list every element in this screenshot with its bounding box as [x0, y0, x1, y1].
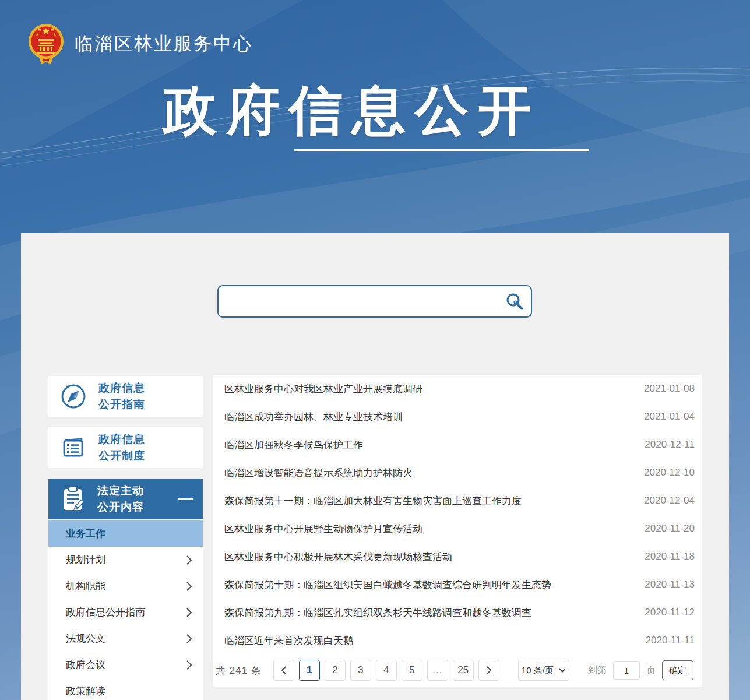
sidebar-submenu: 业务工作 规划计划 机构职能 政府信息公开指南 — [48, 520, 203, 700]
news-title-link[interactable]: 临淄区成功举办园林、林业专业技术培训 — [224, 410, 403, 424]
news-date: 2020-12-10 — [644, 467, 695, 479]
minus-icon[interactable] — [178, 498, 193, 500]
page-ellipsis-button[interactable]: ... — [427, 660, 448, 681]
chevron-right-icon — [186, 581, 192, 592]
clipboard-edit-icon — [60, 485, 86, 513]
chevron-right-icon — [186, 634, 192, 644]
news-title-link[interactable]: 森保简报第十一期：临淄区加大林业有害生物灾害面上巡查工作力度 — [224, 494, 522, 508]
page-size-value: 10 条/页 — [522, 665, 554, 676]
sidebar-card-label: 政府信息 公开制度 — [98, 431, 145, 465]
chevron-left-icon — [281, 666, 287, 675]
jump-suffix-label: 页 — [646, 664, 656, 677]
card-label-line2: 公开内容 — [97, 499, 144, 516]
news-date: 2020-11-12 — [645, 607, 695, 618]
sidebar-card-label: 政府信息 公开指南 — [98, 380, 145, 413]
next-page-button[interactable] — [478, 660, 499, 681]
sidebar: 政府信息 公开指南 政府信息 公开制度 — [48, 376, 203, 700]
news-item: 区林业服务中心积极开展林木采伐更新现场核查活动 2020-11-18 — [213, 543, 702, 571]
news-date: 2020-12-04 — [644, 495, 695, 506]
sidebar-card-disclosure-system[interactable]: 政府信息 公开制度 — [48, 427, 203, 468]
news-title-link[interactable]: 区林业服务中心开展野生动物保护月宣传活动 — [224, 522, 422, 536]
site-name: 临淄区林业服务中心 — [75, 31, 253, 56]
news-title-link[interactable]: 临淄区增设智能语音提示系统助力护林防火 — [224, 466, 413, 480]
page: 临淄区林业服务中心 政府信息公开 — [0, 0, 750, 700]
card-label-line1: 政府信息 — [98, 380, 145, 397]
submenu-label: 规划计划 — [66, 553, 105, 567]
card-label-line2: 公开指南 — [98, 396, 145, 413]
chevron-down-icon — [559, 668, 566, 673]
news-item: 临淄区成功举办园林、林业专业技术培训 2021-01-04 — [213, 403, 702, 431]
submenu-label: 政府会议 — [66, 658, 105, 671]
title-underline — [294, 149, 589, 151]
national-emblem-logo — [27, 22, 65, 65]
card-label-line1: 政府信息 — [98, 431, 145, 448]
sidebar-card-label: 法定主动 公开内容 — [97, 483, 144, 516]
news-date: 2020-11-20 — [645, 523, 695, 534]
news-date: 2020-11-13 — [645, 579, 695, 590]
page-button-25[interactable]: 25 — [453, 660, 474, 681]
pagination: 共 241 条 1 2 3 4 5 ... 25 — [216, 659, 693, 682]
news-item: 森保简报第十期：临淄区组织美国白蛾越冬基数调查综合研判明年发生态势 2020-1… — [213, 571, 702, 599]
submenu-item-functions[interactable]: 机构职能 — [48, 573, 203, 599]
chevron-right-icon — [186, 555, 192, 565]
news-title-link[interactable]: 临淄区加强秋冬季候鸟保护工作 — [224, 438, 363, 452]
news-date: 2021-01-08 — [644, 383, 695, 395]
page-button-3[interactable]: 3 — [350, 660, 371, 681]
news-title-link[interactable]: 区林业服务中心对我区林业产业开展摸底调研 — [224, 382, 422, 396]
page-title: 政府信息公开 — [163, 75, 541, 147]
submenu-item-planning[interactable]: 规划计划 — [48, 547, 203, 573]
news-title-link[interactable]: 森保简报第九期：临淄区扎实组织双条杉天牛线路调查和越冬基数调查 — [224, 606, 531, 620]
confirm-button[interactable]: 确定 — [662, 660, 693, 680]
page-jump: 到第 页 确定 — [588, 660, 693, 680]
sidebar-card-disclosure-guide[interactable]: 政府信息 公开指南 — [48, 376, 203, 417]
news-item: 森保简报第九期：临淄区扎实组织双条杉天牛线路调查和越冬基数调查 2020-11-… — [213, 599, 702, 627]
page-button-1[interactable]: 1 — [299, 660, 320, 681]
brand: 临淄区林业服务中心 — [27, 22, 253, 65]
submenu-label: 政府信息公开指南 — [66, 606, 145, 619]
submenu-label: 业务工作 — [66, 527, 105, 540]
search-input[interactable] — [217, 285, 532, 318]
news-item: 临淄区增设智能语音提示系统助力护林防火 2020-12-10 — [213, 459, 702, 487]
jump-prefix-label: 到第 — [588, 664, 607, 677]
document-icon — [60, 434, 87, 461]
sidebar-card-legal-disclosure[interactable]: 法定主动 公开内容 — [48, 479, 203, 519]
news-item: 区林业服务中心开展野生动物保护月宣传活动 2020-11-20 — [213, 515, 702, 543]
card-label-line2: 公开制度 — [98, 448, 145, 465]
submenu-label: 政策解读 — [66, 684, 105, 698]
content-panel: 政府信息 公开指南 政府信息 公开制度 — [21, 233, 729, 700]
news-title-link[interactable]: 森保简报第十期：临淄区组织美国白蛾越冬基数调查综合研判明年发生态势 — [224, 578, 551, 592]
news-date: 2020-11-18 — [645, 551, 695, 562]
news-title-link[interactable]: 临淄区近年来首次发现白天鹅 — [224, 634, 353, 648]
news-title-link[interactable]: 区林业服务中心积极开展林木采伐更新现场核查活动 — [224, 550, 452, 564]
chevron-right-icon — [186, 660, 192, 670]
prev-page-button[interactable] — [273, 660, 294, 681]
news-item: 区林业服务中心对我区林业产业开展摸底调研 2021-01-08 — [213, 375, 702, 403]
chevron-right-icon — [486, 666, 492, 675]
news-item: 森保简报第十一期：临淄区加大林业有害生物灾害面上巡查工作力度 2020-12-0… — [213, 487, 702, 515]
total-count: 共 241 条 — [216, 664, 262, 677]
chevron-right-icon — [186, 607, 192, 618]
page-size-select[interactable]: 10 条/页 — [518, 660, 569, 681]
page-button-5[interactable]: 5 — [402, 660, 422, 681]
page-button-2[interactable]: 2 — [325, 660, 346, 681]
jump-page-input[interactable] — [613, 661, 640, 680]
submenu-item-policy-interpretation[interactable]: 政策解读 — [48, 678, 203, 700]
news-item: 临淄区近年来首次发现白天鹅 2020-11-11 — [213, 627, 702, 655]
news-list: 区林业服务中心对我区林业产业开展摸底调研 2021-01-08 临淄区成功举办园… — [213, 375, 702, 687]
page-button-4[interactable]: 4 — [376, 660, 397, 681]
search-icon[interactable] — [505, 292, 524, 311]
news-date: 2021-01-04 — [644, 411, 695, 423]
news-date: 2020-11-11 — [646, 635, 695, 646]
submenu-label: 机构职能 — [66, 579, 105, 593]
news-date: 2020-12-11 — [645, 439, 695, 451]
submenu-label: 法规公文 — [66, 632, 105, 645]
submenu-item-government-meetings[interactable]: 政府会议 — [48, 652, 203, 678]
submenu-item-regulations[interactable]: 法规公文 — [48, 625, 203, 652]
compass-icon — [60, 383, 87, 410]
submenu-item-disclosure-guide[interactable]: 政府信息公开指南 — [48, 599, 203, 625]
news-item: 临淄区加强秋冬季候鸟保护工作 2020-12-11 — [213, 431, 702, 459]
search-bar — [217, 285, 532, 318]
submenu-item-business-work[interactable]: 业务工作 — [48, 520, 203, 547]
card-label-line1: 法定主动 — [97, 483, 144, 500]
